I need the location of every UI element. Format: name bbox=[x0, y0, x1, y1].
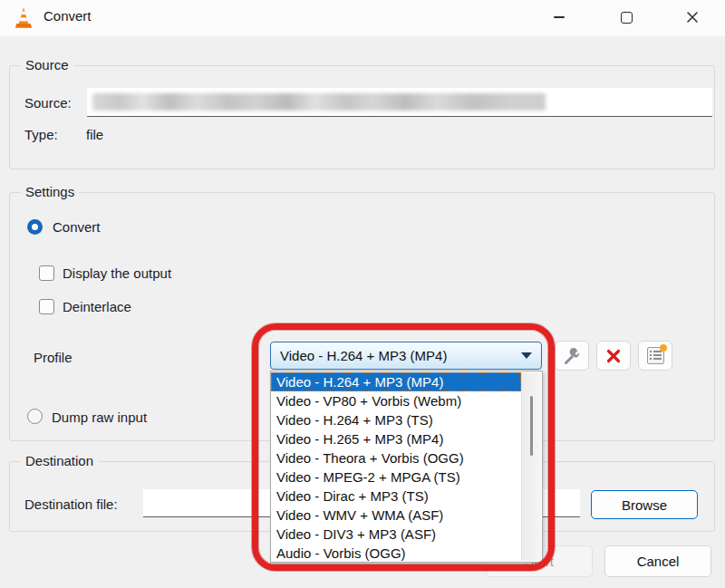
settings-group-title: Settings bbox=[21, 184, 79, 199]
close-button[interactable] bbox=[672, 0, 713, 34]
dropdown-scrollbar[interactable] bbox=[521, 372, 541, 561]
profile-dropdown-list: Video - H.264 + MP3 (MP4) Video - VP80 +… bbox=[270, 371, 543, 563]
maximize-icon bbox=[621, 12, 633, 24]
dump-raw-input-label[interactable]: Dump raw input bbox=[52, 410, 147, 425]
type-value: file bbox=[86, 127, 103, 142]
minimize-icon bbox=[554, 16, 565, 18]
convert-radio-label[interactable]: Convert bbox=[53, 219, 101, 235]
deinterlace-label[interactable]: Deinterlace bbox=[63, 299, 131, 314]
source-label: Source: bbox=[24, 95, 72, 111]
profile-option[interactable]: Video - DIV3 + MP3 (ASF) bbox=[271, 525, 521, 544]
orange-badge-icon bbox=[660, 344, 667, 352]
profile-option[interactable]: Video - Dirac + MP3 (TS) bbox=[271, 487, 521, 506]
destination-file-label: Destination file: bbox=[24, 496, 118, 512]
source-groupbox: Source bbox=[9, 65, 715, 169]
profile-option[interactable]: Audio - Vorbis (OGG) bbox=[271, 544, 521, 563]
delete-x-icon bbox=[605, 348, 622, 364]
source-group-title: Source bbox=[21, 57, 73, 72]
convert-radio[interactable] bbox=[27, 219, 43, 235]
title-bar: Convert bbox=[0, 0, 725, 36]
profile-option[interactable]: Video - WMV + WMA (ASF) bbox=[271, 506, 521, 525]
redacted-source-path bbox=[92, 93, 546, 111]
type-label: Type: bbox=[24, 127, 58, 142]
profile-option-selected[interactable]: Video - H.264 + MP3 (MP4) bbox=[271, 372, 521, 391]
display-output-checkbox[interactable] bbox=[39, 265, 54, 281]
cancel-button[interactable]: Cancel bbox=[604, 545, 711, 577]
cancel-button-label: Cancel bbox=[637, 554, 680, 569]
window-title: Convert bbox=[44, 8, 92, 24]
profile-selected-value: Video - H.264 + MP3 (MP4) bbox=[280, 348, 521, 363]
vlc-cone-icon bbox=[13, 6, 34, 30]
chevron-down-icon bbox=[521, 352, 532, 359]
destination-group-title: Destination bbox=[21, 453, 98, 468]
deinterlace-checkbox[interactable] bbox=[39, 299, 54, 314]
source-path-field[interactable] bbox=[87, 88, 712, 117]
wrench-icon bbox=[563, 347, 581, 365]
dropdown-scrollbar-thumb[interactable] bbox=[530, 396, 533, 456]
edit-profile-wrench-button[interactable] bbox=[555, 341, 589, 371]
profile-option[interactable]: Video - H.265 + MP3 (MP4) bbox=[271, 429, 521, 448]
browse-button-label: Browse bbox=[622, 497, 667, 513]
create-profile-button[interactable] bbox=[638, 341, 672, 371]
profile-combobox[interactable]: Video - H.264 + MP3 (MP4) bbox=[270, 342, 542, 370]
minimize-button[interactable] bbox=[538, 0, 580, 34]
dump-raw-input-radio[interactable] bbox=[27, 409, 43, 424]
profile-list-icon bbox=[647, 347, 664, 364]
close-icon bbox=[686, 11, 699, 24]
profile-label: Profile bbox=[34, 350, 72, 365]
maximize-button[interactable] bbox=[605, 0, 647, 34]
profile-option[interactable]: Video - MPEG-2 + MPGA (TS) bbox=[271, 468, 521, 487]
profile-option[interactable]: Video - H.264 + MP3 (TS) bbox=[271, 410, 521, 429]
delete-profile-button[interactable] bbox=[596, 341, 631, 371]
profile-option[interactable]: Video - VP80 + Vorbis (Webm) bbox=[271, 391, 521, 410]
browse-button[interactable]: Browse bbox=[591, 490, 698, 519]
display-output-label[interactable]: Display the output bbox=[63, 265, 171, 281]
profile-option[interactable]: Video - Theora + Vorbis (OGG) bbox=[271, 448, 521, 468]
